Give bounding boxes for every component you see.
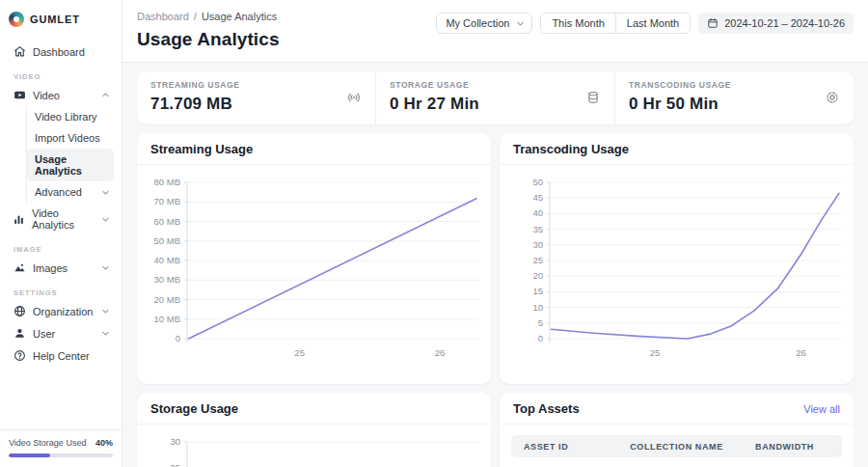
svg-text:35: 35	[532, 224, 543, 234]
storage-usage-chart: 3025201510502526	[137, 425, 491, 467]
stat-label: STORAGE USAGE	[390, 80, 479, 90]
sidebar-item-label: Help Center	[33, 350, 90, 362]
date-range-picker[interactable]: 2024-10-21 – 2024-10-26	[698, 13, 854, 34]
stat-streaming-usage: STREAMING USAGE71.709 MB	[137, 71, 375, 124]
column-header-asset-id: ASSET ID	[511, 442, 610, 452]
storage-usage-title: Storage Usage	[150, 401, 238, 416]
storage-usage-card: Storage Usage 3025201510502526	[137, 393, 491, 467]
svg-text:80 MB: 80 MB	[154, 177, 180, 187]
svg-text:10: 10	[532, 302, 543, 313]
svg-text:25: 25	[294, 347, 305, 358]
sidebar-item-import-videos[interactable]: Import Videos	[27, 127, 114, 149]
svg-text:25: 25	[170, 462, 180, 467]
sidebar-item-label: Advanced	[35, 186, 82, 198]
last-month-button[interactable]: Last Month	[615, 14, 690, 33]
svg-text:15: 15	[532, 286, 543, 296]
svg-text:25: 25	[532, 255, 543, 265]
stat-value: 0 Hr 50 Min	[629, 95, 731, 114]
storage-meter-value: 40%	[95, 438, 113, 448]
breadcrumb: Dashboard / Usage Analytics	[137, 11, 280, 22]
sidebar-item-organization[interactable]: Organization	[8, 300, 114, 322]
storage-meter-track	[9, 453, 113, 457]
brand-logo[interactable]: GUMLET	[0, 0, 122, 35]
transcoding-usage-title: Transcoding Usage	[513, 142, 629, 156]
sidebar-item-label: Video Analytics	[32, 207, 95, 231]
this-month-button[interactable]: This Month	[541, 14, 614, 33]
chevron-down-icon	[101, 307, 110, 316]
svg-text:40: 40	[532, 207, 543, 218]
main-area: Dashboard / Usage Analytics Usage Analyt…	[122, 0, 868, 467]
database-icon	[586, 91, 600, 104]
chart-svg: 3025201510502526	[145, 432, 485, 467]
breadcrumb-dashboard[interactable]: Dashboard	[137, 11, 189, 22]
sidebar-nav: DashboardVIDEOVideoVideo LibraryImport V…	[0, 35, 122, 429]
page-title: Usage Analytics	[137, 29, 280, 50]
top-assets-title: Top Assets	[513, 401, 580, 416]
sidebar: GUMLET DashboardVIDEOVideoVideo LibraryI…	[0, 0, 122, 467]
transcoding-usage-card: Transcoding Usage 5045403530252015105025…	[500, 133, 854, 384]
svg-text:0: 0	[538, 333, 543, 343]
column-header-collection-name: COLLECTION NAME	[610, 442, 743, 452]
sidebar-item-video-analytics[interactable]: Video Analytics	[8, 203, 114, 235]
calendar-icon	[707, 17, 719, 29]
streaming-usage-title: Streaming Usage	[150, 142, 253, 156]
breadcrumb-current: Usage Analytics	[202, 11, 277, 22]
broadcast-icon	[347, 91, 361, 104]
column-header-bandwidth: BANDWIDTH	[743, 442, 842, 452]
sidebar-item-video[interactable]: Video	[8, 84, 114, 106]
sidebar-item-images[interactable]: Images	[8, 257, 114, 279]
sidebar-children: Video LibraryImport VideosUsage Analytic…	[26, 106, 114, 203]
svg-text:20 MB: 20 MB	[154, 294, 180, 305]
usage-stats-card: STREAMING USAGE71.709 MBSTORAGE USAGE0 H…	[137, 71, 854, 124]
sidebar-item-help-center[interactable]: Help Center	[8, 344, 114, 367]
sidebar-item-advanced[interactable]: Advanced	[27, 181, 114, 203]
svg-text:26: 26	[435, 347, 446, 358]
sidebar-item-label: User	[33, 328, 55, 340]
gumlet-logo-icon	[9, 12, 24, 27]
period-button-group: This Month Last Month	[540, 13, 691, 34]
sidebar-item-dashboard[interactable]: Dashboard	[8, 41, 114, 63]
sidebar-item-label: Video	[33, 90, 60, 101]
header-left: Dashboard / Usage Analytics Usage Analyt…	[137, 11, 280, 50]
brand-name: GUMLET	[30, 14, 80, 25]
svg-text:20: 20	[532, 270, 543, 281]
svg-text:45: 45	[532, 192, 543, 203]
section-label-image: IMAGE	[14, 245, 112, 254]
chevron-down-icon	[101, 188, 110, 197]
home-icon	[13, 45, 26, 58]
chevron-down-icon	[101, 329, 110, 338]
chart-svg: 80 MB70 MB60 MB50 MB40 MB30 MB20 MB10 MB…	[145, 173, 485, 377]
breadcrumb-separator: /	[194, 11, 197, 22]
streaming-usage-card: Streaming Usage 80 MB70 MB60 MB50 MB40 M…	[137, 133, 491, 384]
sidebar-item-label: Usage Analytics	[35, 153, 110, 177]
video-icon	[13, 89, 26, 101]
sidebar-item-label: Organization	[33, 306, 93, 317]
collection-select[interactable]: My Collection	[436, 13, 532, 34]
stat-value: 0 Hr 27 Min	[390, 95, 479, 114]
svg-text:30: 30	[532, 239, 543, 250]
section-label-video: VIDEO	[14, 72, 112, 81]
storage-meter-fill	[9, 453, 50, 457]
globe-icon	[13, 305, 26, 317]
view-all-link[interactable]: View all	[803, 403, 840, 415]
sidebar-item-user[interactable]: User	[8, 322, 114, 344]
collection-select-value: My Collection	[446, 17, 509, 29]
chevron-down-icon	[516, 19, 525, 28]
transcoding-usage-chart: 504540353025201510502526	[500, 165, 854, 381]
stat-storage-usage: STORAGE USAGE0 Hr 27 Min	[375, 71, 614, 124]
svg-text:50: 50	[532, 177, 543, 187]
image-icon	[13, 261, 26, 274]
sidebar-item-label: Images	[33, 262, 68, 274]
svg-text:40 MB: 40 MB	[154, 255, 180, 265]
stat-label: TRANSCODING USAGE	[629, 80, 731, 90]
top-assets-table-header: ASSET IDCOLLECTION NAMEBANDWIDTH	[511, 435, 842, 457]
bottom-row: Storage Usage 3025201510502526 Top Asset…	[137, 393, 854, 467]
header-controls: My Collection This Month Last Month 2024…	[436, 13, 854, 34]
sidebar-item-video-library[interactable]: Video Library	[27, 106, 114, 127]
user-icon	[13, 327, 26, 340]
svg-text:30: 30	[170, 436, 180, 447]
sidebar-item-usage-analytics[interactable]: Usage Analytics	[27, 149, 114, 181]
chart-svg: 504540353025201510502526	[507, 173, 848, 377]
svg-text:60 MB: 60 MB	[154, 216, 180, 227]
svg-text:5: 5	[538, 317, 543, 328]
